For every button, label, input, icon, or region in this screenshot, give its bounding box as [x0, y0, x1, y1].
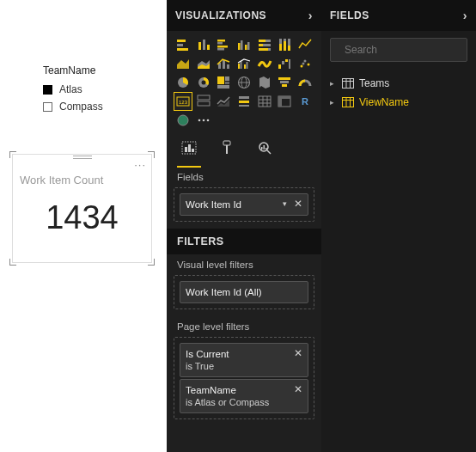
scatter-icon[interactable] — [296, 55, 314, 72]
svg-rect-84 — [226, 145, 228, 154]
svg-rect-7 — [217, 42, 223, 45]
svg-rect-37 — [282, 61, 284, 64]
svg-rect-19 — [259, 48, 268, 51]
svg-rect-10 — [238, 43, 241, 50]
hundred-stacked-column-icon[interactable] — [276, 36, 293, 53]
svg-point-41 — [304, 60, 307, 63]
treemap-icon[interactable] — [215, 74, 232, 91]
checkbox-checked-icon[interactable] — [43, 85, 52, 95]
resize-handle-tr[interactable] — [148, 151, 155, 158]
clustered-column-icon[interactable] — [235, 36, 253, 53]
slicer-legend: TeamName Atlas Compass — [43, 64, 103, 118]
svg-point-43 — [302, 63, 305, 65]
hundred-stacked-bar-icon[interactable] — [256, 36, 273, 53]
stacked-column-icon[interactable] — [195, 36, 212, 53]
svg-rect-23 — [284, 41, 286, 51]
svg-rect-81 — [188, 144, 191, 152]
svg-text:R: R — [302, 96, 308, 107]
table-icon — [342, 78, 354, 89]
svg-rect-96 — [343, 98, 354, 107]
svg-rect-0 — [177, 40, 186, 42]
svg-rect-32 — [238, 64, 240, 69]
expand-icon[interactable]: ▸ — [330, 98, 337, 107]
svg-rect-5 — [207, 45, 210, 50]
resize-handle-bl[interactable] — [9, 259, 16, 266]
filled-map-icon[interactable] — [256, 74, 273, 91]
visual-more-menu[interactable]: ··· — [134, 158, 146, 171]
resize-handle-tl[interactable] — [9, 151, 16, 158]
svg-rect-62 — [239, 96, 249, 99]
waterfall-icon[interactable] — [276, 55, 293, 72]
gauge-icon[interactable] — [296, 74, 314, 91]
svg-rect-31 — [227, 64, 229, 69]
ribbon-chart-icon[interactable] — [256, 55, 273, 72]
svg-rect-88 — [264, 145, 265, 150]
fields-tab[interactable] — [179, 139, 199, 165]
table-name: ViewName — [359, 96, 409, 108]
card-visual-icon[interactable]: 123 — [174, 93, 192, 110]
page-filter-pill[interactable]: TeamName is Atlas or Compass ✕ — [180, 379, 308, 413]
legend-item[interactable]: Atlas — [43, 83, 103, 95]
panel-title: VISUALIZATIONS — [175, 9, 266, 21]
chevron-right-icon[interactable]: › — [463, 9, 467, 22]
card-visual[interactable]: ··· Work Item Count 1434 — [12, 154, 152, 263]
stacked-bar-icon[interactable] — [174, 36, 192, 53]
filter-field-name: Is Current — [186, 349, 229, 359]
visualizations-header[interactable]: VISUALIZATIONS › — [167, 0, 321, 31]
legend-item[interactable]: Compass — [43, 101, 103, 113]
table-node[interactable]: ▸ ViewName — [330, 93, 467, 112]
svg-line-86 — [267, 150, 271, 154]
kpi-icon[interactable] — [215, 93, 232, 110]
drag-handle[interactable] — [73, 154, 92, 161]
slicer-icon[interactable] — [235, 93, 253, 110]
fields-search[interactable] — [330, 38, 467, 62]
legend-label: Atlas — [59, 83, 82, 95]
search-input[interactable] — [345, 44, 473, 56]
remove-filter-icon[interactable]: ✕ — [294, 383, 302, 395]
matrix-icon[interactable] — [276, 93, 293, 110]
clustered-bar-icon[interactable] — [215, 36, 232, 53]
area-chart-icon[interactable] — [174, 55, 192, 72]
r-visual-icon[interactable]: R — [296, 93, 314, 110]
checkbox-unchecked-icon[interactable] — [43, 102, 52, 112]
page-filter-pill[interactable]: Is Current is True ✕ — [180, 343, 308, 377]
arcgis-map-icon[interactable] — [174, 112, 192, 129]
svg-rect-50 — [217, 85, 229, 89]
report-canvas[interactable]: TeamName Atlas Compass ··· Work Item Cou… — [0, 0, 167, 452]
format-tab[interactable] — [217, 139, 237, 165]
stacked-area-icon[interactable] — [195, 55, 212, 72]
field-pill[interactable]: Work Item Id ▾ ✕ — [180, 193, 308, 216]
more-visuals-icon[interactable] — [195, 112, 212, 129]
remove-field-icon[interactable]: ✕ — [294, 198, 302, 210]
svg-rect-55 — [280, 81, 289, 83]
fields-header[interactable]: FIELDS › — [321, 0, 476, 31]
line-stacked-column-icon[interactable] — [215, 55, 232, 72]
visual-filters-well[interactable]: Work Item Id (All) — [174, 275, 314, 309]
donut-chart-icon[interactable] — [195, 74, 212, 91]
chevron-right-icon[interactable]: › — [308, 9, 313, 22]
fields-well[interactable]: Work Item Id ▾ ✕ — [174, 187, 314, 222]
svg-rect-54 — [278, 77, 290, 80]
map-icon[interactable] — [235, 74, 253, 91]
funnel-icon[interactable] — [276, 74, 293, 91]
svg-rect-49 — [225, 82, 229, 84]
page-filters-well[interactable]: Is Current is True ✕ TeamName is Atlas o… — [174, 337, 314, 419]
pane-tabs — [167, 132, 321, 167]
resize-handle-br[interactable] — [148, 259, 155, 266]
table-icon[interactable] — [256, 93, 273, 110]
analytics-tab[interactable] — [254, 139, 275, 165]
multi-row-card-icon[interactable] — [195, 93, 212, 110]
remove-filter-icon[interactable]: ✕ — [294, 347, 302, 359]
line-chart-icon[interactable] — [296, 36, 314, 53]
svg-rect-56 — [282, 84, 287, 87]
svg-rect-11 — [241, 40, 243, 50]
expand-icon[interactable]: ▸ — [330, 79, 337, 88]
fields-section-label: Fields — [167, 167, 321, 186]
table-node[interactable]: ▸ Teams — [330, 74, 467, 93]
table-icon — [342, 97, 354, 107]
pie-chart-icon[interactable] — [174, 74, 192, 91]
line-clustered-column-icon[interactable] — [235, 55, 253, 72]
visual-filter-pill[interactable]: Work Item Id (All) — [180, 281, 308, 303]
field-pill-label: Work Item Id — [186, 199, 241, 210]
chevron-down-icon[interactable]: ▾ — [283, 199, 287, 208]
